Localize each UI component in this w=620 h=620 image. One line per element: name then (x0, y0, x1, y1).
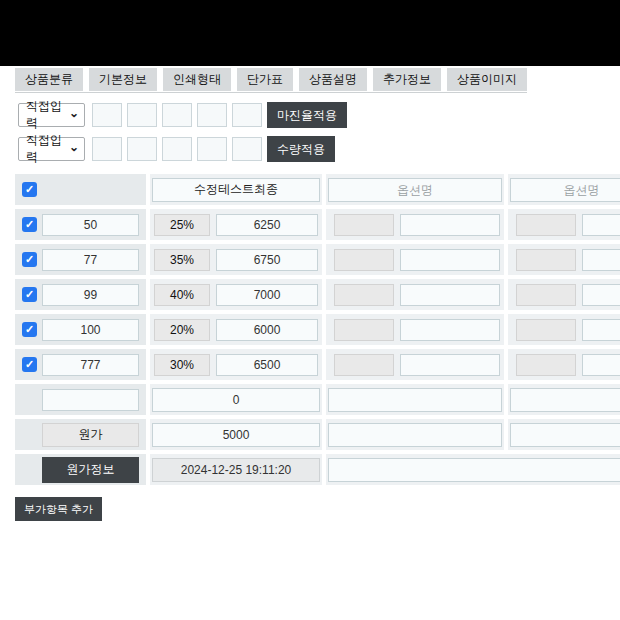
quantity-input[interactable] (42, 284, 139, 306)
select-value: 직접입력 (26, 132, 69, 166)
quantity-input[interactable] (42, 249, 139, 271)
option1-cost-input[interactable] (328, 423, 502, 447)
tab-basic-info[interactable]: 기본정보 (89, 68, 157, 91)
option1-gray-box (334, 319, 394, 341)
option1-value-input[interactable] (400, 354, 500, 376)
quantity-value-input-3[interactable] (162, 137, 192, 161)
cost-label-box: 원가 (42, 423, 139, 447)
option2-name-input[interactable] (510, 178, 620, 202)
top-black-header (0, 0, 620, 66)
margin-value-input-5[interactable] (232, 103, 262, 127)
price-input[interactable] (216, 284, 318, 306)
quantity-input-mode-select[interactable]: 직접입력 ⌄ (18, 137, 85, 161)
margin-input-mode-select[interactable]: 직접입력 ⌄ (18, 103, 85, 127)
quantity-input[interactable] (42, 214, 139, 236)
option2-value-input[interactable] (582, 319, 620, 341)
margin-percent-display: 25% (154, 214, 210, 236)
table-row: ✓ 25% (15, 209, 620, 240)
chevron-down-icon: ⌄ (69, 142, 79, 152)
quantity-input[interactable] (42, 354, 139, 376)
tab-additional-info[interactable]: 추가정보 (373, 68, 441, 91)
row-checkbox[interactable]: ✓ (22, 357, 37, 372)
tab-price-table[interactable]: 단가표 (237, 68, 293, 91)
option1-gray-box (334, 284, 394, 306)
margin-value-input-1[interactable] (92, 103, 122, 127)
option2-cost-input[interactable] (510, 423, 620, 447)
option1-name-input[interactable] (328, 178, 502, 202)
option1-value-input[interactable] (400, 319, 500, 341)
price-column-name-input[interactable] (152, 178, 320, 202)
option1-gray-box (334, 214, 394, 236)
cost-updated-datetime: 2024-12-25 19:11:20 (152, 458, 320, 482)
check-icon: ✓ (25, 357, 34, 372)
option2-value-input[interactable] (582, 354, 620, 376)
tab-bar: 상품분류 기본정보 인쇄형태 단가표 상품설명 추가정보 상품이미지 (15, 68, 527, 93)
check-icon: ✓ (25, 217, 34, 232)
margin-value-input-2[interactable] (127, 103, 157, 127)
option1-value-input[interactable] (400, 214, 500, 236)
table-header-row: ✓ (15, 174, 620, 205)
row-checkbox[interactable]: ✓ (22, 217, 37, 232)
margin-percent-display: 40% (154, 284, 210, 306)
cost-info-button[interactable]: 원가정보 (42, 457, 139, 483)
price-input[interactable] (216, 319, 318, 341)
margin-value-input-4[interactable] (197, 103, 227, 127)
table-row: ✓ 30% (15, 349, 620, 380)
row-checkbox[interactable]: ✓ (22, 287, 37, 302)
check-icon: ✓ (25, 287, 34, 302)
tab-product-description[interactable]: 상품설명 (299, 68, 367, 91)
price-input[interactable] (216, 354, 318, 376)
page: 상품분류 기본정보 인쇄형태 단가표 상품설명 추가정보 상품이미지 직접입력 … (0, 0, 620, 620)
table-row: ✓ 20% (15, 314, 620, 345)
option1-value-input[interactable] (400, 249, 500, 271)
cost-price-input[interactable] (152, 423, 320, 447)
row-checkbox[interactable]: ✓ (22, 322, 37, 337)
table-row: ✓ 35% (15, 244, 620, 275)
option1-gray-box (334, 354, 394, 376)
tab-product-category[interactable]: 상품분류 (15, 68, 83, 91)
margin-value-input-3[interactable] (162, 103, 192, 127)
quantity-value-input-2[interactable] (127, 137, 157, 161)
table-sum-row (15, 384, 620, 415)
option1-value-input[interactable] (400, 284, 500, 306)
option1-gray-box (334, 249, 394, 271)
tab-print-type[interactable]: 인쇄형태 (163, 68, 231, 91)
option2-gray-box (516, 249, 576, 271)
quantity-input[interactable] (42, 319, 139, 341)
quantity-value-input-4[interactable] (197, 137, 227, 161)
option2-value-input[interactable] (582, 249, 620, 271)
price-input[interactable] (216, 249, 318, 271)
check-icon: ✓ (25, 252, 34, 267)
option1-sum-input[interactable] (328, 388, 502, 412)
margin-percent-display: 30% (154, 354, 210, 376)
option2-value-input[interactable] (582, 214, 620, 236)
table-cost-row: 원가 (15, 419, 620, 450)
price-input[interactable] (216, 214, 318, 236)
margin-percent-display: 20% (154, 319, 210, 341)
quantity-apply-row: 직접입력 ⌄ 수량적용 (18, 136, 335, 162)
sum-price-input[interactable] (152, 388, 320, 412)
price-table: ✓ ✓ 25% (15, 174, 620, 485)
option2-gray-box (516, 319, 576, 341)
row-checkbox[interactable]: ✓ (22, 252, 37, 267)
cost-info-note-input[interactable] (328, 458, 620, 482)
check-icon: ✓ (25, 322, 34, 337)
chevron-down-icon: ⌄ (69, 108, 79, 118)
margin-percent-display: 35% (154, 249, 210, 271)
quantity-value-input-5[interactable] (232, 137, 262, 161)
tab-product-image[interactable]: 상품이미지 (447, 68, 527, 91)
quantity-value-input-1[interactable] (92, 137, 122, 161)
add-extra-item-button[interactable]: 부가항목 추가 (15, 497, 102, 521)
option2-gray-box (516, 284, 576, 306)
quantity-apply-button[interactable]: 수량적용 (267, 136, 335, 162)
option2-sum-input[interactable] (510, 388, 620, 412)
check-icon: ✓ (25, 182, 34, 197)
option2-value-input[interactable] (582, 284, 620, 306)
margin-rate-apply-button[interactable]: 마진율적용 (267, 102, 347, 128)
new-quantity-input[interactable] (42, 389, 139, 411)
option2-gray-box (516, 214, 576, 236)
table-cost-info-row: 원가정보 2024-12-25 19:11:20 (15, 454, 620, 485)
option2-gray-box (516, 354, 576, 376)
table-row: ✓ 40% (15, 279, 620, 310)
select-all-checkbox[interactable]: ✓ (22, 182, 37, 197)
